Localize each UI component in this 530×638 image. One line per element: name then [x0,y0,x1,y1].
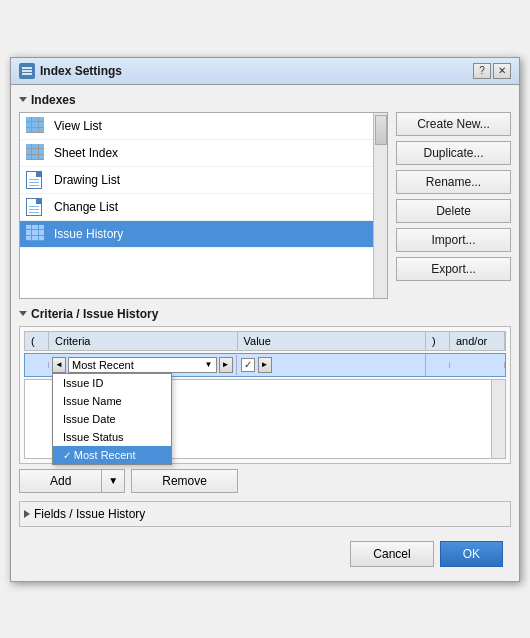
svg-rect-2 [22,73,32,75]
titlebar-left: Index Settings [19,63,122,79]
col-close-paren: ) [426,332,450,350]
criteria-section: Criteria / Issue History ( Criteria Valu… [19,307,511,493]
indexes-list: View List Sheet Index [20,113,387,298]
list-item[interactable]: Change List [20,194,387,221]
scrollbar-thumb [375,115,387,145]
dropdown-item-issue-id[interactable]: Issue ID [53,374,171,392]
list-item-selected[interactable]: Issue History [20,221,387,248]
cancel-button[interactable]: Cancel [350,541,433,567]
criteria-columns-header: ( Criteria Value ) and/or [24,331,506,351]
indexes-scrollbar[interactable] [373,113,387,298]
table-icon [26,225,46,243]
list-item-label: Issue History [54,227,123,241]
table-icon [26,117,46,135]
delete-button[interactable]: Delete [396,199,511,223]
add-remove-row: Add ▼ Remove [19,469,511,493]
indexes-section-header: Indexes [19,93,511,107]
svg-rect-1 [22,70,32,72]
criteria-cell-value[interactable]: ► [237,354,427,376]
dialog-footer: Cancel OK [19,535,511,573]
criteria-dropdown-popup: Issue ID Issue Name Issue Date Issue Sta… [52,373,172,465]
indexes-collapse-triangle[interactable] [19,97,27,102]
list-item[interactable]: Drawing List [20,167,387,194]
list-item-label: Sheet Index [54,146,118,160]
settings-icon [19,63,35,79]
add-button[interactable]: Add [19,469,101,493]
indexes-section-title: Indexes [31,93,76,107]
duplicate-button[interactable]: Duplicate... [396,141,511,165]
svg-rect-0 [22,67,32,69]
dropdown-arrow-icon: ▼ [205,360,213,369]
add-dropdown-button[interactable]: ▼ [101,469,125,493]
dialog-body: Indexes [11,85,519,581]
col-andor: and/or [450,332,505,350]
import-button[interactable]: Import... [396,228,511,252]
criteria-nav-left[interactable]: ◄ [52,357,66,373]
doc-icon [26,198,46,216]
table-icon [26,144,46,162]
dropdown-item-most-recent[interactable]: Most Recent [53,446,171,464]
value-nav[interactable]: ► [258,357,272,373]
export-button[interactable]: Export... [396,257,511,281]
criteria-section-title: Criteria / Issue History [31,307,158,321]
rename-button[interactable]: Rename... [396,170,511,194]
create-new-button[interactable]: Create New... [396,112,511,136]
criteria-dropdown-text[interactable]: Most Recent ▼ [68,357,217,373]
indexes-area: View List Sheet Index [19,112,511,299]
dropdown-item-issue-status[interactable]: Issue Status [53,428,171,446]
indexes-section: Indexes [19,93,511,299]
col-open-paren: ( [25,332,49,350]
col-value: Value [238,332,427,350]
criteria-section-header: Criteria / Issue History [19,307,511,321]
dialog-title: Index Settings [40,64,122,78]
doc-icon [26,171,46,189]
criteria-scrollbar[interactable] [491,380,505,458]
help-button[interactable]: ? [473,63,491,79]
list-item-label: Change List [54,200,118,214]
criteria-collapse-triangle[interactable] [19,311,27,316]
list-item-label: Drawing List [54,173,120,187]
col-criteria: Criteria [49,332,238,350]
criteria-selected-label: Most Recent [72,359,134,371]
indexes-buttons: Create New... Duplicate... Rename... Del… [396,112,511,299]
fields-section-title: Fields / Issue History [34,507,145,521]
titlebar: Index Settings ? ✕ [11,58,519,85]
value-checkbox[interactable] [241,358,255,372]
indexes-list-container: View List Sheet Index [19,112,388,299]
fields-collapse-triangle[interactable] [24,510,30,518]
add-button-group: Add ▼ [19,469,125,493]
list-item-label: View List [54,119,102,133]
titlebar-controls: ? ✕ [473,63,511,79]
criteria-nav-right[interactable]: ► [219,357,233,373]
criteria-cell-open-paren [25,362,49,368]
criteria-row-wrapper: ◄ Most Recent ▼ ► ► [24,353,506,377]
fields-section: Fields / Issue History [19,501,511,527]
criteria-cell-close-paren [426,362,450,368]
criteria-cell-field[interactable]: ◄ Most Recent ▼ ► [49,355,237,375]
criteria-cell-andor [450,362,505,368]
close-button[interactable]: ✕ [493,63,511,79]
remove-button[interactable]: Remove [131,469,238,493]
criteria-container: ( Criteria Value ) and/or ◄ Most Recent [19,326,511,464]
list-item[interactable]: Sheet Index [20,140,387,167]
dropdown-item-issue-name[interactable]: Issue Name [53,392,171,410]
index-settings-dialog: Index Settings ? ✕ Indexes [10,57,520,582]
dropdown-item-issue-date[interactable]: Issue Date [53,410,171,428]
list-item[interactable]: View List [20,113,387,140]
ok-button[interactable]: OK [440,541,503,567]
